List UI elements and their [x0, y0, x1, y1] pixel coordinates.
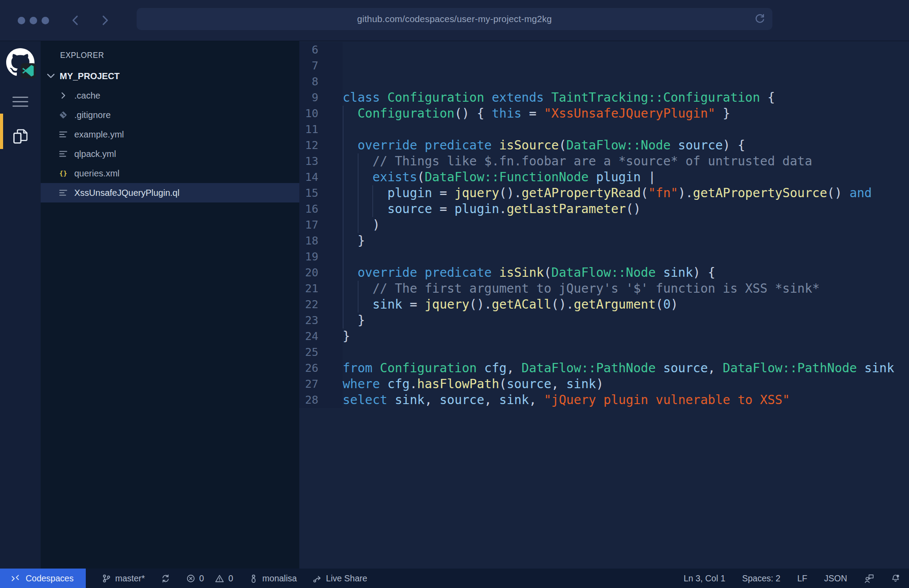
indent-guide — [343, 122, 344, 137]
indent-guide — [343, 106, 344, 122]
line-number: 24 — [299, 328, 343, 344]
code-line-15[interactable]: 15 plugin = jquery().getAPropertyRead("f… — [299, 185, 909, 201]
code-line-7[interactable]: 7 — [299, 58, 909, 74]
indent-guide — [358, 185, 359, 201]
code-line-16[interactable]: 16 source = plugin.getLastParameter() — [299, 201, 909, 217]
code-line-text: exists(DataFlow::FunctionNode plugin | — [343, 169, 909, 185]
code-line-12[interactable]: 12 override predicate isSource(DataFlow:… — [299, 137, 909, 153]
status-language-mode[interactable]: JSON — [824, 573, 847, 584]
forward-button[interactable] — [99, 14, 111, 27]
line-number: 26 — [299, 360, 343, 376]
code-line-6[interactable]: 6 — [299, 42, 909, 58]
code-line-28[interactable]: 28select sink, source, sink, "jQuery plu… — [299, 392, 909, 408]
traffic-light-minimize[interactable] — [30, 17, 37, 24]
status-bar-right: Ln 3, Col 1Spaces: 2LFJSON — [684, 573, 909, 584]
indent-guide — [343, 137, 344, 153]
code-line-text — [343, 58, 909, 74]
code-line-10[interactable]: 10 Configuration() { this = "XssUnsafeJQ… — [299, 106, 909, 122]
code-line-text: override predicate isSource(DataFlow::No… — [343, 137, 909, 153]
file-label: qlpack.yml — [74, 149, 116, 159]
file-item--gitignore[interactable]: .gitignore — [41, 105, 299, 125]
vscode-logo-icon — [21, 63, 36, 78]
status-account[interactable]: monalisa — [249, 573, 297, 584]
code-line-9[interactable]: 9class Configuration extends TaintTracki… — [299, 90, 909, 106]
code-line-text: // The first argument to jQuery's '$' fu… — [343, 281, 909, 297]
code-line-text: } — [343, 328, 909, 344]
code-line-8[interactable]: 8 — [299, 74, 909, 90]
indent-guide — [358, 297, 359, 313]
code-line-27[interactable]: 27where cfg.hasFlowPath(source, sink) — [299, 376, 909, 392]
code-line-23[interactable]: 23 } — [299, 313, 909, 328]
workbench: EXPLORER MY_PROJECT .cache.gitignoreexam… — [0, 41, 909, 569]
file-item--cache[interactable]: .cache — [41, 86, 299, 105]
window-controls — [18, 17, 49, 24]
bell-dot-icon — [891, 574, 900, 583]
chevron-left-icon — [69, 14, 82, 27]
status-feedback[interactable] — [864, 574, 874, 583]
line-number: 25 — [299, 344, 343, 360]
line-number: 7 — [299, 58, 343, 74]
status-notifications[interactable] — [891, 574, 900, 583]
code-line-14[interactable]: 14 exists(DataFlow::FunctionNode plugin … — [299, 169, 909, 185]
indent-guide — [343, 153, 344, 169]
status-live-share[interactable]: Live Share — [313, 573, 367, 584]
remote-icon — [11, 574, 20, 583]
code-line-17[interactable]: 17 ) — [299, 217, 909, 233]
line-number: 14 — [299, 169, 343, 185]
list-icon — [57, 130, 69, 139]
code-line-18[interactable]: 18 } — [299, 233, 909, 249]
github-avatar[interactable] — [6, 48, 34, 76]
project-root-row[interactable]: MY_PROJECT — [41, 66, 299, 86]
menu-button[interactable] — [12, 95, 28, 108]
code-line-22[interactable]: 22 sink = jquery().getACall().getArgumen… — [299, 297, 909, 313]
code-line-19[interactable]: 19 — [299, 249, 909, 265]
status-cursor-position[interactable]: Ln 3, Col 1 — [684, 573, 725, 584]
code-line-26[interactable]: 26from Configuration cfg, DataFlow::Path… — [299, 360, 909, 376]
code-editor[interactable]: 6789class Configuration extends TaintTra… — [299, 41, 909, 569]
status-eol-sequence[interactable]: LF — [797, 573, 807, 584]
file-item-example-yml[interactable]: example.yml — [41, 125, 299, 144]
status-live-share-label: Live Share — [326, 573, 367, 584]
file-item-xssunsafejqueryplugin-ql[interactable]: XssUnsafeJQueryPlugin.ql — [41, 183, 299, 202]
branch-icon — [102, 574, 111, 583]
code-line-11[interactable]: 11 — [299, 122, 909, 137]
code-lines: 6789class Configuration extends TaintTra… — [299, 42, 909, 408]
code-line-21[interactable]: 21 // The first argument to jQuery's '$'… — [299, 281, 909, 297]
file-item-queries-xml[interactable]: {}queries.xml — [41, 164, 299, 183]
indent-guide — [343, 217, 344, 233]
status-indentation-label: Spaces: 2 — [742, 573, 780, 584]
file-label: XssUnsafeJQueryPlugin.ql — [74, 188, 180, 198]
explorer-view-button[interactable] — [11, 127, 30, 146]
braces-icon: {} — [57, 168, 69, 178]
activity-bar — [0, 41, 41, 569]
back-button[interactable] — [69, 14, 82, 27]
status-problems[interactable]: 00 — [186, 573, 233, 584]
traffic-light-zoom[interactable] — [42, 17, 49, 24]
status-indentation[interactable]: Spaces: 2 — [742, 573, 780, 584]
line-number: 8 — [299, 74, 343, 90]
status-sync[interactable] — [161, 574, 170, 583]
line-number: 18 — [299, 233, 343, 249]
file-item-qlpack-yml[interactable]: qlpack.yml — [41, 144, 299, 164]
active-view-indicator — [0, 114, 3, 149]
code-line-text: plugin = jquery().getAPropertyRead("fn")… — [343, 185, 909, 201]
code-line-25[interactable]: 25 — [299, 344, 909, 360]
indent-guide — [358, 201, 359, 217]
traffic-light-close[interactable] — [18, 17, 25, 24]
indent-guide — [372, 201, 373, 217]
file-label: .gitignore — [74, 110, 111, 120]
line-number: 13 — [299, 153, 343, 169]
reload-button[interactable] — [754, 13, 766, 25]
code-line-13[interactable]: 13 // Things like $.fn.foobar are a *sou… — [299, 153, 909, 169]
line-number: 11 — [299, 122, 343, 137]
warning-icon — [215, 574, 224, 583]
line-number: 9 — [299, 90, 343, 106]
status-git-branch[interactable]: master* — [102, 573, 145, 584]
status-git-branch-label: master* — [115, 573, 145, 584]
address-bar[interactable]: github.com/codespaces/user-my-project-mg… — [137, 8, 772, 30]
code-line-24[interactable]: 24} — [299, 328, 909, 344]
browser-bar: github.com/codespaces/user-my-project-mg… — [0, 0, 909, 41]
status-codespaces[interactable]: Codespaces — [0, 569, 86, 588]
code-line-text: ) — [343, 217, 909, 233]
code-line-20[interactable]: 20 override predicate isSink(DataFlow::N… — [299, 265, 909, 281]
